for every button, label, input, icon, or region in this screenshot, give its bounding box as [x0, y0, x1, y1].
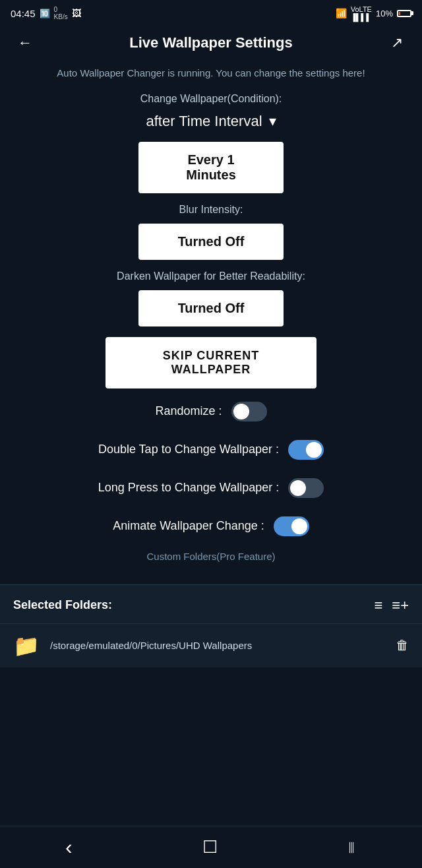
pro-feature-label: Custom Folders(Pro Feature)	[146, 551, 275, 562]
subtitle-text: Auto Wallpaper Changer is running. You c…	[57, 66, 365, 81]
nav-back-button[interactable]: ‹	[45, 828, 92, 866]
animate-toggle-row: Animate Wallpaper Change :	[13, 516, 409, 536]
add-folder-icon[interactable]: ≡+	[392, 597, 409, 614]
long-press-knob	[290, 480, 306, 496]
blur-button[interactable]: Turned Off	[138, 224, 284, 260]
folders-header-icons: ≡ ≡+	[374, 597, 409, 614]
wifi-icon: 📶	[336, 8, 347, 18]
back-button[interactable]: ←	[12, 34, 38, 51]
blur-label: Blur Intensity:	[179, 204, 243, 216]
page-title: Live Wallpaper Settings	[38, 34, 384, 51]
dropdown-value: after Time Interval	[146, 113, 262, 130]
bottom-nav: ‹ ☐ ⦀	[0, 826, 422, 868]
randomize-toggle-row: Randomize :	[13, 402, 409, 421]
double-tap-label: Double Tap to Change Wallpaper :	[98, 443, 279, 456]
status-time: 04:45	[11, 8, 36, 19]
delete-folder-button[interactable]: 🗑	[396, 638, 409, 653]
change-condition-label: Change Wallpaper(Condition):	[140, 93, 282, 105]
double-tap-toggle-row: Double Tap to Change Wallpaper :	[13, 440, 409, 460]
share-button[interactable]: ↗	[384, 34, 410, 51]
folder-item: 📁 /storage/emulated/0/Pictures/UHD Wallp…	[0, 623, 422, 667]
darken-button[interactable]: Turned Off	[138, 290, 284, 326]
header: ← Live Wallpaper Settings ↗	[0, 26, 422, 59]
battery-icon	[397, 10, 411, 17]
nav-home-button[interactable]: ☐	[183, 830, 237, 864]
long-press-toggle[interactable]	[288, 478, 324, 498]
randomize-toggle[interactable]	[231, 402, 267, 421]
main-content: Auto Wallpaper Changer is running. You c…	[0, 59, 422, 578]
double-tap-toggle[interactable]	[288, 440, 324, 460]
animate-label: Animate Wallpaper Change :	[113, 519, 264, 533]
status-right: 📶 VoLTE▐▌▌▌ 10%	[336, 5, 411, 21]
folders-header: Selected Folders: ≡ ≡+	[0, 585, 422, 623]
animate-knob	[291, 518, 307, 534]
randomize-label: Randomize :	[155, 404, 222, 418]
long-press-label: Long Press to Change Wallpaper :	[98, 481, 280, 495]
randomize-knob	[233, 404, 249, 419]
status-bar: 04:45 🔟 0KB/s 🖼 📶 VoLTE▐▌▌▌ 10%	[0, 0, 422, 26]
signal-icon: VoLTE▐▌▌▌	[351, 5, 372, 21]
filter-icon[interactable]: ≡	[374, 597, 382, 614]
folders-title: Selected Folders:	[13, 598, 112, 612]
battery-percent: 10%	[376, 9, 393, 18]
darken-label: Darken Wallpaper for Better Readability:	[117, 270, 305, 282]
double-tap-knob	[306, 442, 322, 458]
interval-button[interactable]: Every 1 Minutes	[138, 142, 284, 193]
folder-path: /storage/emulated/0/Pictures/UHD Wallpap…	[50, 638, 385, 652]
folders-section: Selected Folders: ≡ ≡+ 📁 /storage/emulat…	[0, 584, 422, 667]
status-kb: 0KB/s	[54, 6, 68, 20]
status-notification-1: 🔟	[40, 9, 50, 18]
time-interval-dropdown[interactable]: after Time Interval ▾	[146, 113, 276, 130]
status-left: 04:45 🔟 0KB/s 🖼	[11, 6, 81, 20]
status-image-icon: 🖼	[72, 8, 81, 18]
skip-wallpaper-button[interactable]: SKIP CURRENT WALLPAPER	[106, 337, 316, 388]
long-press-toggle-row: Long Press to Change Wallpaper :	[13, 478, 409, 498]
nav-recents-button[interactable]: ⦀	[328, 832, 377, 863]
animate-toggle[interactable]	[274, 516, 309, 536]
chevron-down-icon: ▾	[269, 113, 276, 130]
folder-file-icon: 📁	[13, 633, 40, 658]
